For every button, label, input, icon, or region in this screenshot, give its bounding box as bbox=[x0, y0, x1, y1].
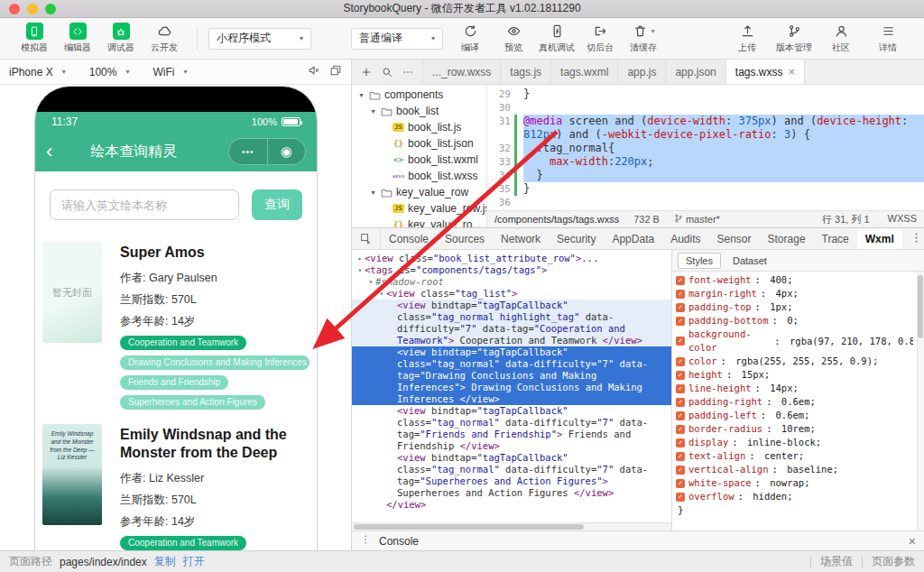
search-button[interactable]: 查询 bbox=[252, 189, 302, 220]
wxml-node[interactable]: <view bindtap="tagTapCallback" class="ta… bbox=[352, 346, 671, 405]
network-select[interactable]: WiFi▾ bbox=[152, 66, 187, 78]
editor-button[interactable]: 编辑器 bbox=[56, 23, 99, 54]
code-line[interactable]: 31 @media screen and (device-width: 375p… bbox=[487, 115, 924, 142]
wxml-node[interactable]: ▾ <view class="tag_list"> bbox=[352, 288, 671, 300]
style-checkbox[interactable]: ✓ bbox=[676, 411, 685, 420]
mini-program-mode-select[interactable]: 小程序模式▾ bbox=[208, 28, 311, 50]
devtools-tab-sensor[interactable]: Sensor bbox=[709, 228, 760, 249]
editor-tab-..._row.wxss[interactable]: ..._row.wxss bbox=[423, 60, 501, 84]
mute-icon[interactable] bbox=[308, 64, 320, 79]
style-checkbox[interactable]: ✓ bbox=[676, 425, 685, 434]
editor-tab-app.json[interactable]: app.json bbox=[666, 60, 725, 84]
style-checkbox[interactable]: ✓ bbox=[676, 479, 685, 488]
expand-arrow-icon[interactable]: ▾ bbox=[366, 276, 375, 288]
new-file-icon[interactable] bbox=[361, 67, 372, 78]
scene-value-label[interactable]: 场景值 bbox=[820, 554, 853, 569]
zoom-select[interactable]: 100%▾ bbox=[89, 66, 130, 78]
minimize-window-button[interactable] bbox=[27, 4, 38, 14]
real-device-debug-button[interactable]: 真机调试 bbox=[535, 23, 578, 54]
wxml-node[interactable]: ▸ <view class="book_list_attribute_row">… bbox=[352, 253, 671, 264]
wxml-node[interactable]: ▾ <tags is="components/tags/tags"> bbox=[352, 264, 671, 276]
preview-button[interactable]: 预览 bbox=[492, 23, 535, 54]
book-tag[interactable]: Cooperation and Teamwork bbox=[120, 536, 246, 550]
capsule-more-button[interactable]: ••• bbox=[229, 139, 268, 164]
tree-item-book_list.wxml[interactable]: <> book_list.wxml bbox=[352, 152, 486, 168]
editor-tab-app.js[interactable]: app.js bbox=[618, 60, 666, 84]
search-icon[interactable] bbox=[382, 67, 393, 78]
style-checkbox[interactable]: ✓ bbox=[676, 337, 685, 346]
debugger-button[interactable]: 调试器 bbox=[99, 23, 143, 54]
search-input[interactable] bbox=[50, 189, 239, 220]
tree-item-book_list.wxss[interactable]: wxss book_list.wxss bbox=[352, 168, 486, 184]
style-checkbox[interactable]: ✓ bbox=[676, 438, 685, 447]
expand-arrow-icon[interactable]: ▾ bbox=[356, 264, 365, 276]
tree-item-components[interactable]: ▾ components bbox=[352, 87, 486, 103]
book-item[interactable]: 暂无封面 Super Amos 作者: Gary Paulsen兰斯指数: 57… bbox=[42, 242, 310, 410]
devtools-tab-sources[interactable]: Sources bbox=[437, 228, 493, 249]
expand-arrow-icon[interactable]: ▸ bbox=[356, 253, 365, 264]
close-drawer-icon[interactable]: × bbox=[909, 534, 916, 549]
book-tag[interactable]: Cooperation and Teamwork bbox=[120, 336, 246, 350]
expand-arrow-icon[interactable]: ▾ bbox=[369, 189, 377, 197]
scrollbar-thumb[interactable] bbox=[918, 275, 923, 338]
device-select[interactable]: iPhone X▾ bbox=[9, 66, 66, 78]
tree-item-book_list.js[interactable]: JS book_list.js bbox=[352, 119, 486, 135]
code-line[interactable]: 30 bbox=[487, 101, 924, 115]
page-params-label[interactable]: 页面参数 bbox=[872, 554, 915, 569]
wxml-node[interactable]: <view bindtap="tagTapCallback" class="ta… bbox=[352, 405, 671, 452]
maximize-window-button[interactable] bbox=[45, 4, 56, 14]
code-line[interactable]: 29 } bbox=[487, 88, 924, 101]
branch-label[interactable]: master* bbox=[674, 214, 720, 225]
wxml-node[interactable]: <view bindtap="tagTapCallback" class="ta… bbox=[352, 300, 671, 346]
style-checkbox[interactable]: ✓ bbox=[676, 384, 685, 393]
compile-button[interactable]: 编译 bbox=[448, 23, 492, 54]
style-checkbox[interactable]: ✓ bbox=[676, 452, 685, 461]
clear-cache-button[interactable]: ▾ 清缓存 bbox=[622, 23, 665, 54]
inspect-element-icon[interactable] bbox=[352, 228, 381, 249]
scrollbar-thumb[interactable] bbox=[354, 524, 584, 530]
cloud-dev-button[interactable]: 云开发 bbox=[143, 23, 186, 54]
horizontal-scrollbar[interactable] bbox=[352, 522, 671, 530]
vertical-scrollbar[interactable] bbox=[917, 272, 924, 530]
details-button[interactable]: 详情 bbox=[864, 23, 911, 54]
open-link[interactable]: 打开 bbox=[183, 554, 205, 569]
devtools-tab-wxml[interactable]: Wxml bbox=[857, 228, 902, 249]
editor-tab-tags.wxml[interactable]: tags.wxml bbox=[551, 60, 618, 84]
styles-tab-dataset[interactable]: Dataset bbox=[725, 254, 774, 268]
editor-tab-tags.js[interactable]: tags.js bbox=[501, 60, 551, 84]
console-drawer-tab[interactable]: Console bbox=[379, 535, 419, 548]
code-line[interactable]: 34 } bbox=[487, 169, 924, 182]
style-checkbox[interactable]: ✓ bbox=[676, 357, 685, 366]
kebab-menu-icon[interactable] bbox=[910, 232, 922, 246]
devtools-tab-trace[interactable]: Trace bbox=[814, 228, 857, 249]
compile-mode-select[interactable]: 普通编译▾ bbox=[351, 28, 443, 50]
separate-window-icon[interactable] bbox=[329, 64, 342, 79]
code-line[interactable]: 35 } bbox=[487, 182, 924, 196]
code-line[interactable]: 33 max-width:220px; bbox=[487, 155, 924, 169]
devtools-tab-storage[interactable]: Storage bbox=[760, 228, 814, 249]
tree-item-book_list.json[interactable]: {} book_list.json bbox=[352, 135, 486, 152]
tree-item-key_value_ro...[interactable]: {} key_value_ro... bbox=[352, 217, 486, 227]
wxml-node[interactable]: <view bindtap="tagTapCallback" class="ta… bbox=[352, 452, 671, 499]
book-tag[interactable]: Drawing Conclusions and Making Inference… bbox=[120, 355, 310, 370]
code-line[interactable]: 32 .tag_normal{ bbox=[487, 142, 924, 155]
code-line[interactable]: 36 bbox=[487, 196, 924, 209]
devtools-tab-network[interactable]: Network bbox=[493, 228, 549, 249]
version-control-button[interactable]: 版本管理 bbox=[771, 23, 818, 54]
tree-item-book_list[interactable]: ▾ book_list bbox=[352, 103, 486, 119]
more-icon[interactable] bbox=[402, 67, 413, 78]
wxml-node[interactable]: </view> bbox=[352, 499, 671, 511]
close-tab-icon[interactable]: × bbox=[788, 65, 795, 78]
book-tag[interactable]: Friends and Friendship bbox=[120, 375, 228, 390]
expand-arrow-icon[interactable]: ▾ bbox=[377, 288, 386, 300]
style-checkbox[interactable]: ✓ bbox=[676, 317, 685, 326]
editor-tab-tags.wxss[interactable]: tags.wxss × bbox=[726, 60, 805, 84]
expand-arrow-icon[interactable]: ▾ bbox=[369, 107, 377, 115]
style-checkbox[interactable]: ✓ bbox=[676, 493, 685, 502]
style-checkbox[interactable]: ✓ bbox=[676, 371, 685, 380]
style-checkbox[interactable]: ✓ bbox=[676, 290, 685, 299]
capsule-home-button[interactable]: ◉ bbox=[268, 139, 306, 164]
copy-link[interactable]: 复制 bbox=[154, 554, 176, 569]
book-tag[interactable]: Superheroes and Action Figures bbox=[120, 395, 265, 410]
close-window-button[interactable] bbox=[9, 4, 20, 14]
